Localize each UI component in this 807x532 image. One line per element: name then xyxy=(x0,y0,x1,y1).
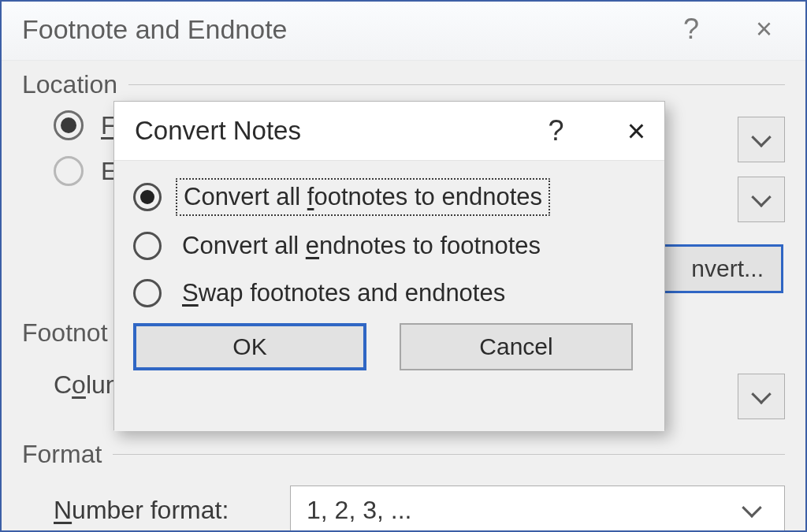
dialog-title: Footnote and Endnote xyxy=(22,14,683,45)
dialog-titlebar: Footnote and Endnote ? × xyxy=(2,2,805,61)
radio-icon xyxy=(54,156,84,186)
radio-icon xyxy=(133,279,162,307)
help-icon[interactable]: ? xyxy=(683,13,699,46)
ok-button-label: OK xyxy=(232,333,266,360)
option-label: Convert all footnotes to endnotes xyxy=(176,178,550,216)
number-format-row: Number format: 1, 2, 3, ... xyxy=(54,485,785,532)
close-icon[interactable]: × xyxy=(756,15,772,43)
number-format-value: 1, 2, 3, ... xyxy=(307,496,411,525)
radio-icon xyxy=(54,110,84,140)
endnotes-location-dropdown[interactable] xyxy=(738,177,785,222)
cancel-button-label: Cancel xyxy=(479,333,552,360)
modal-body: Convert all footnotes to endnotes Conver… xyxy=(114,160,664,431)
footnotes-location-dropdown[interactable] xyxy=(738,117,785,162)
section-format-label: Format xyxy=(22,440,102,469)
section-location-label: Location xyxy=(22,70,117,99)
option-convert-endnotes-to-footnotes[interactable]: Convert all endnotes to footnotes xyxy=(133,229,645,263)
option-swap-footnotes-endnotes[interactable]: Swap footnotes and endnotes xyxy=(133,276,645,311)
convert-notes-dialog: Convert Notes ? × Convert all footnotes … xyxy=(113,101,665,430)
section-divider xyxy=(128,84,785,85)
section-format: Format xyxy=(22,440,785,469)
chevron-down-icon xyxy=(751,127,771,147)
option-label: Convert all endnotes to footnotes xyxy=(176,229,547,263)
section-divider xyxy=(113,454,785,455)
modal-button-row: OK Cancel xyxy=(133,323,645,370)
modal-titlebar: Convert Notes ? × xyxy=(114,102,664,160)
convert-button-label: nvert... xyxy=(691,255,764,282)
number-format-select[interactable]: 1, 2, 3, ... xyxy=(290,485,785,532)
chevron-down-icon xyxy=(742,497,761,517)
section-location: Location xyxy=(22,70,785,99)
chevron-down-icon xyxy=(751,187,771,206)
section-footnote-label: Footnot xyxy=(22,318,108,348)
modal-title: Convert Notes xyxy=(135,116,549,146)
columns-label: Colun xyxy=(54,370,120,400)
option-convert-footnotes-to-endnotes[interactable]: Convert all footnotes to endnotes xyxy=(133,178,645,216)
number-format-label: Number format: xyxy=(54,496,290,525)
chevron-down-icon xyxy=(751,384,771,404)
ok-button[interactable]: OK xyxy=(133,323,366,370)
option-label: Swap footnotes and endnotes xyxy=(176,276,511,311)
columns-dropdown[interactable] xyxy=(738,374,785,419)
cancel-button[interactable]: Cancel xyxy=(400,323,633,370)
radio-icon xyxy=(133,232,162,260)
radio-icon xyxy=(133,183,162,211)
close-icon[interactable]: × xyxy=(627,118,645,143)
help-icon[interactable]: ? xyxy=(549,114,564,147)
